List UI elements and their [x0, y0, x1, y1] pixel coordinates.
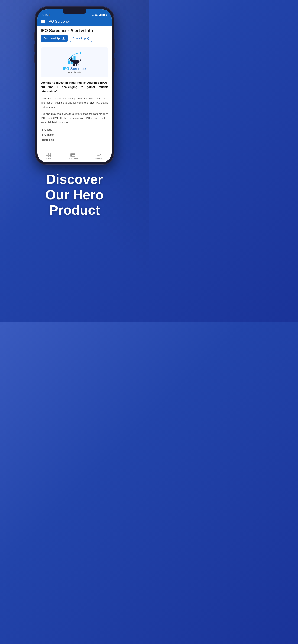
svg-rect-0: [98, 16, 99, 16]
svg-rect-28: [49, 155, 51, 157]
action-buttons: Download App Share App: [41, 35, 108, 42]
status-bar-left: 3:15 📞: [42, 14, 51, 17]
svg-point-11: [87, 38, 88, 39]
svg-point-10: [88, 39, 89, 40]
logo-ipo-text: IPO: [63, 67, 69, 71]
download-icon: [62, 37, 65, 40]
svg-rect-4: [101, 14, 102, 16]
svg-rect-6: [106, 14, 107, 16]
app-logo-card: IPO Screener Alert & Info: [41, 47, 108, 78]
svg-line-13: [88, 38, 88, 40]
svg-rect-2: [100, 14, 100, 16]
app-logo-title: IPO Screener: [63, 67, 86, 71]
svg-rect-1: [99, 15, 100, 16]
status-bar-right: Vo 4G: [92, 14, 107, 16]
phone-screen: 3:15 📞 Vo 4G: [37, 9, 112, 162]
list-item-1: - IPO logo: [41, 127, 108, 132]
svg-rect-8: [63, 39, 65, 40]
svg-marker-17: [80, 52, 82, 54]
ipos-nav-label: IPOs: [46, 158, 51, 160]
svg-rect-25: [46, 153, 48, 155]
pan-cards-nav-label: PAN Cards: [68, 158, 78, 160]
share-app-button[interactable]: Share App: [70, 35, 92, 42]
nav-item-ipos[interactable]: IPOs: [46, 153, 51, 160]
app-bar: IPO Screener: [37, 18, 112, 26]
desc-para2: Our app provides a wealth of information…: [41, 112, 108, 125]
signal-text: Vo: [92, 14, 94, 16]
svg-point-9: [88, 37, 89, 38]
bull-logo-svg: [64, 50, 85, 67]
ipos-nav-icon: [46, 153, 51, 157]
bottom-nav: IPOs PAN Cards: [37, 151, 112, 162]
svg-rect-31: [71, 155, 72, 156]
share-label: Share App: [73, 37, 86, 40]
app-bar-title: IPO Screener: [48, 20, 70, 24]
pan-cards-nav-icon: [70, 153, 75, 157]
svg-rect-21: [73, 63, 74, 66]
page-title: IPO Screener - Alert & Info: [41, 28, 108, 33]
svg-rect-22: [75, 63, 75, 66]
phone-status-icon: 📞: [49, 14, 51, 16]
hero-title: Discover Our Hero Product: [45, 172, 104, 218]
hero-line1: Discover: [45, 172, 104, 187]
scroll-content: IPO Screener Alert & Info Looking to inv…: [37, 44, 112, 151]
download-app-button[interactable]: Download App: [41, 35, 68, 42]
hero-section: Discover Our Hero Product: [36, 172, 113, 218]
desc-heading: Looking to invest in Initial Public Offe…: [41, 81, 108, 94]
discover-nav-label: Discover: [95, 158, 103, 160]
content-area: IPO Screener - Alert & Info Download App…: [37, 26, 112, 162]
hero-line2: Our Hero: [45, 187, 104, 202]
svg-rect-24: [78, 63, 79, 66]
svg-rect-3: [101, 14, 101, 16]
nav-item-pan-cards[interactable]: PAN Cards: [68, 153, 78, 160]
nav-item-discover[interactable]: Discover: [95, 153, 103, 160]
page-header: IPO Screener - Alert & Info Download App…: [37, 26, 112, 44]
time-display: 3:15: [42, 14, 48, 17]
discover-nav-icon: [97, 153, 102, 157]
svg-line-12: [88, 38, 88, 39]
svg-rect-27: [46, 155, 48, 157]
list-item-3: - Issue date: [41, 137, 108, 142]
svg-rect-26: [49, 153, 51, 155]
logo-screener-text: Screener: [70, 67, 86, 71]
desc-para1: Look no further! Introducing IPO Screene…: [41, 96, 108, 110]
list-item-2: - IPO name: [41, 132, 108, 137]
app-logo-subtitle: Alert & Info: [68, 71, 81, 74]
phone-frame: 3:15 📞 Vo 4G: [35, 7, 114, 164]
phone-mockup: 3:15 📞 Vo 4G: [35, 7, 114, 164]
hero-line3: Product: [45, 202, 104, 218]
network-text: 4G: [95, 14, 98, 16]
download-label: Download App: [43, 37, 61, 40]
desc-list: - IPO logo - IPO name - Issue date: [41, 127, 108, 142]
hamburger-menu-icon[interactable]: [41, 20, 45, 23]
svg-rect-7: [103, 14, 105, 16]
svg-rect-23: [76, 63, 77, 66]
phone-notch: [63, 9, 86, 14]
battery-icon: [102, 14, 107, 16]
signal-bars-icon: [98, 14, 102, 16]
share-icon: [87, 37, 89, 40]
